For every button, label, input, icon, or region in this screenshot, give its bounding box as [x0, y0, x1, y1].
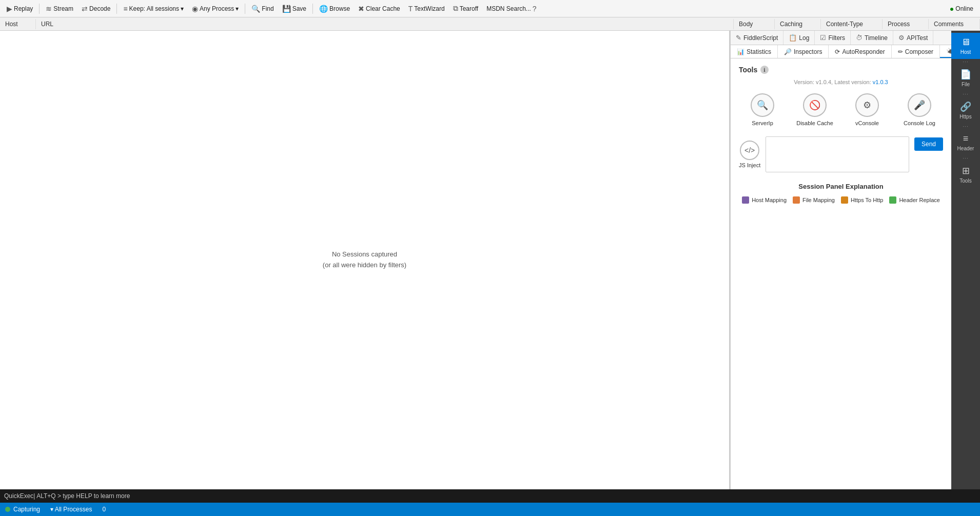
vconsole-label: vConsole	[855, 120, 879, 126]
capturing-dot	[5, 507, 10, 512]
js-inject-send-button[interactable]: Send	[914, 137, 943, 151]
fiddler-script-icon: ✎	[736, 34, 741, 42]
tab-fiddler-script[interactable]: ✎ FiddlerScript	[731, 31, 783, 45]
any-process-button[interactable]: ◉ Any Process ▾	[188, 3, 242, 14]
legend-https-to-http: Https To Http	[841, 196, 883, 204]
host-sidebar-icon: 🖥	[961, 37, 970, 48]
col-comments[interactable]: Comments	[929, 19, 980, 29]
https-to-http-dot	[841, 196, 848, 204]
right-panel: ✎ FiddlerScript 📋 Log ☑ Filters ⏱ Timeli…	[731, 31, 951, 489]
stream-icon: ≋	[46, 5, 52, 13]
tab-autoresponder[interactable]: ⟳ AutoResponder	[829, 45, 891, 58]
statistics-icon: 📊	[737, 48, 744, 55]
toolbar: ▶ Replay ≋ Stream ⇄ Decode ≡ Keep: All s…	[0, 0, 980, 17]
clear-cache-button[interactable]: ✖ Clear Cache	[355, 3, 404, 14]
keep-button[interactable]: ≡ Keep: All sessions ▾	[120, 3, 187, 14]
right-top-tabs: ✎ FiddlerScript 📋 Log ☑ Filters ⏱ Timeli…	[731, 31, 951, 45]
msdn-search-button[interactable]: MSDN Search... ?	[483, 3, 540, 14]
tools-sidebar-icon: ⊞	[962, 165, 970, 176]
tearoff-button[interactable]: ⧉ Tearoff	[449, 3, 482, 14]
col-process[interactable]: Process	[883, 19, 929, 29]
find-button[interactable]: 🔍 Find	[248, 3, 277, 14]
log-icon: 📋	[789, 34, 797, 42]
tools-info-icon[interactable]: ℹ	[760, 66, 769, 74]
tool-console-log[interactable]: 🎤 Console Log	[896, 93, 943, 126]
header-sidebar-icon: ≡	[963, 133, 969, 144]
textwizard-button[interactable]: T TextWizard	[405, 3, 448, 14]
fplug-dots-2: ···	[963, 91, 968, 97]
js-inject-input[interactable]	[766, 136, 909, 172]
host-mapping-dot	[742, 196, 749, 204]
composer-icon: ✏	[898, 48, 903, 55]
js-inject-icon: </>	[740, 141, 759, 160]
tab-apitest[interactable]: ⚙ APITest	[893, 31, 933, 45]
filters-icon: ☑	[820, 34, 826, 42]
browse-button[interactable]: 🌐 Browse	[316, 3, 354, 14]
tab-filters[interactable]: ☑ Filters	[815, 31, 851, 45]
online-icon: ●	[950, 5, 954, 13]
decode-icon: ⇄	[82, 5, 88, 13]
sep1	[39, 4, 40, 14]
process-dropdown-icon: ▾	[236, 5, 239, 12]
fplug-file[interactable]: 📄 File	[951, 65, 980, 91]
tool-disable-cache[interactable]: 🚫 Disable Cache	[791, 93, 838, 126]
tool-server-ip[interactable]: 🔍 ServerIp	[739, 93, 786, 126]
column-headers: Host URL Body Caching Content-Type Proce…	[0, 17, 980, 31]
fplug-host[interactable]: 🖥 Host	[951, 33, 980, 59]
col-content-type[interactable]: Content-Type	[821, 19, 883, 29]
sep2	[116, 4, 117, 14]
status-process-filter: ▾ All Processes	[50, 506, 92, 513]
server-ip-icon: 🔍	[751, 93, 774, 117]
tab-log[interactable]: 📋 Log	[783, 31, 815, 45]
file-mapping-dot	[793, 196, 800, 204]
msdn-icon: ?	[533, 5, 537, 13]
tool-vconsole[interactable]: ⚙ vConsole	[844, 93, 891, 126]
status-count: 0	[102, 506, 106, 513]
legend-header-replace: Header Replace	[889, 196, 940, 204]
legend-host-mapping: Host Mapping	[742, 196, 787, 204]
tab-inspectors[interactable]: 🔎 Inspectors	[778, 45, 829, 58]
tab-statistics[interactable]: 📊 Statistics	[731, 45, 778, 58]
tools-content: Tools ℹ Version: v1.0.4, Latest version:…	[731, 58, 951, 489]
disable-cache-icon: 🚫	[803, 93, 827, 117]
fplug-header[interactable]: ≡ Header	[951, 129, 980, 155]
js-inject-row: </> JS Inject Send	[739, 136, 943, 172]
server-ip-label: ServerIp	[752, 120, 773, 126]
status-capturing: Capturing	[5, 506, 40, 513]
textwizard-icon: T	[408, 5, 413, 13]
session-panel-explanation: Session Panel Explanation Host Mapping F…	[739, 183, 943, 204]
tearoff-icon: ⧉	[453, 4, 458, 13]
col-host[interactable]: Host	[0, 19, 36, 29]
col-url[interactable]: URL	[36, 19, 734, 29]
no-sessions-message: No Sessions captured (or all were hidden…	[323, 249, 406, 271]
sep4	[312, 4, 313, 14]
save-button[interactable]: 💾 Save	[279, 3, 310, 14]
status-bar: Capturing ▾ All Processes 0	[0, 503, 980, 516]
online-button[interactable]: ● Online	[946, 3, 977, 14]
version-link[interactable]: v1.0.3	[873, 79, 888, 85]
header-replace-dot	[889, 196, 896, 204]
tab-composer[interactable]: ✏ Composer	[892, 45, 940, 58]
tools-header: Tools ℹ	[739, 66, 943, 74]
tools-title: Tools	[739, 66, 757, 74]
col-caching[interactable]: Caching	[775, 19, 821, 29]
fplug-dots-1: ···	[963, 59, 968, 65]
fplug-tools[interactable]: ⊞ Tools	[951, 161, 980, 188]
inspectors-icon: 🔎	[784, 48, 792, 55]
tab-timeline[interactable]: ⏱ Timeline	[851, 31, 893, 45]
replay-button[interactable]: ▶ Replay	[3, 3, 36, 14]
process-icon: ◉	[192, 5, 198, 13]
quick-exec-bar[interactable]: QuickExec| ALT+Q > type HELP to learn mo…	[0, 489, 980, 503]
legend-file-mapping: File Mapping	[793, 196, 835, 204]
stream-button[interactable]: ≋ Stream	[42, 3, 77, 14]
find-icon: 🔍	[251, 5, 260, 13]
col-body[interactable]: Body	[734, 19, 775, 29]
fplug-https[interactable]: 🔗 Https	[951, 97, 980, 124]
apitest-icon: ⚙	[898, 34, 905, 42]
js-inject-wrap: </> JS Inject	[739, 141, 760, 168]
sessions-panel: No Sessions captured (or all were hidden…	[0, 31, 731, 489]
fplug-dots-4: ···	[963, 155, 968, 161]
session-legend: Host Mapping File Mapping Https To Http …	[739, 196, 943, 204]
decode-button[interactable]: ⇄ Decode	[78, 3, 114, 14]
fplug-sidebar: 🖥 Host ··· 📄 File ··· 🔗 Https ··· ≡ Head…	[951, 31, 980, 489]
